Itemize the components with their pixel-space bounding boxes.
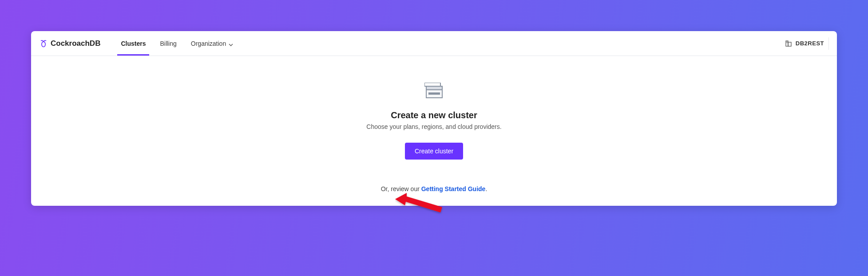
svg-rect-7 (424, 83, 440, 86)
top-nav-bar: CockroachDB Clusters Billing Organizatio… (31, 31, 837, 56)
guide-suffix: . (485, 185, 487, 192)
empty-state: Create a new cluster Choose your plans, … (31, 56, 837, 206)
server-icon (424, 83, 444, 101)
svg-rect-2 (788, 42, 791, 46)
svg-rect-8 (428, 92, 440, 95)
nav-billing[interactable]: Billing (153, 31, 183, 56)
app-window: CockroachDB Clusters Billing Organizatio… (31, 31, 837, 206)
org-switcher-label: DB2REST (796, 40, 824, 47)
create-cluster-button-label: Create cluster (415, 148, 453, 155)
empty-state-title: Create a new cluster (391, 110, 477, 120)
brand-logo[interactable]: CockroachDB (39, 39, 100, 48)
create-cluster-button[interactable]: Create cluster (405, 143, 463, 160)
guide-prefix: Or, review our (381, 185, 421, 192)
nav-organization[interactable]: Organization (184, 31, 240, 56)
svg-rect-6 (426, 86, 442, 90)
org-switcher[interactable]: DB2REST (785, 37, 829, 50)
empty-state-subtitle: Choose your plans, regions, and cloud pr… (366, 123, 501, 130)
primary-nav: Clusters Billing Organization (114, 31, 240, 56)
nav-left-group: CockroachDB Clusters Billing Organizatio… (39, 31, 240, 56)
nav-clusters[interactable]: Clusters (114, 31, 153, 56)
chevron-down-icon (229, 41, 233, 46)
brand-name: CockroachDB (51, 39, 100, 48)
nav-billing-label: Billing (160, 40, 176, 47)
getting-started-link[interactable]: Getting Started Guide (421, 185, 486, 192)
nav-clusters-label: Clusters (121, 40, 146, 47)
cockroach-icon (39, 39, 48, 48)
organization-icon (785, 40, 792, 47)
nav-organization-label: Organization (191, 40, 226, 47)
guide-text: Or, review our Getting Started Guide. (381, 185, 488, 192)
svg-point-0 (42, 41, 45, 47)
svg-marker-9 (395, 193, 442, 212)
annotation-arrow-icon (395, 189, 448, 216)
